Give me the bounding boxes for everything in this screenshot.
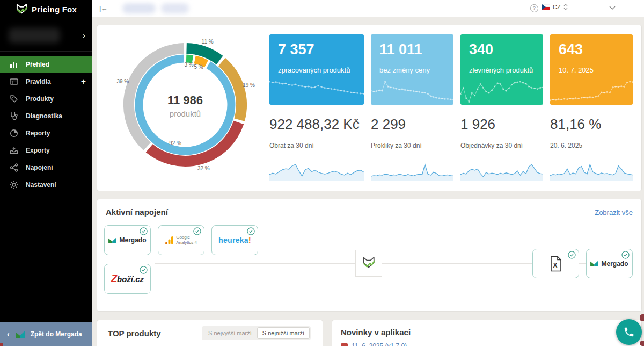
stat-big-number: 2 299 [371, 116, 453, 133]
metric-column: 7 357 zpracovaných produktů 922 488,32 K… [269, 34, 364, 181]
zbozi-rest: boží.cz [117, 275, 144, 284]
mergado-icon [590, 260, 598, 267]
chevron-down-icon[interactable] [609, 6, 616, 10]
ga-label-line2: Analytics 4 [176, 240, 197, 246]
svg-text:32 %: 32 % [197, 165, 210, 171]
collapse-sidebar-icon[interactable]: |← [99, 4, 107, 12]
mergado-label: Mergado [119, 236, 146, 244]
stat-big-label: Prokliky za 30 dní [371, 142, 453, 149]
sidebar-item-produkty[interactable]: Produkty [0, 90, 92, 107]
sidebar: Pricing Fox › Přehled Pravidla + Produkt… [0, 0, 92, 346]
back-to-mergado-button[interactable]: ‹ Zpět do Mergada [0, 322, 92, 346]
sidebar-item-exporty[interactable]: Exporty [0, 142, 92, 159]
sidebar-item-napojeni[interactable]: Napojení [0, 159, 92, 176]
tags-icon [10, 95, 18, 103]
stat-sparkline [550, 162, 633, 181]
add-rule-button[interactable]: + [81, 77, 86, 86]
stat-label: zlevněných produktů [469, 66, 535, 74]
check-badge-icon [193, 227, 201, 235]
sidebar-nav: Přehled Pravidla + Produkty Diagnostika … [0, 56, 92, 193]
highest-margin-button[interactable]: S nejvyšší marží [203, 327, 257, 339]
svg-text:3 %: 3 % [184, 62, 193, 68]
connection-heureka[interactable]: heureka! [211, 225, 258, 255]
stat-big-label: Objednávky za 30 dní [460, 142, 543, 149]
news-version-icon [341, 343, 348, 346]
share-nodes-icon [10, 163, 18, 172]
shop-selector[interactable]: › [0, 19, 92, 52]
metric-column: 643 10. 7. 2025 81,16 % 20. 6. 2025 [550, 34, 633, 181]
topbar: |← ? CZ [92, 0, 644, 17]
news-item-link[interactable]: 11. 6. 2025 (v1.7.0) [341, 342, 407, 346]
excel-file-icon: X [550, 256, 562, 272]
blurred-tab[interactable] [122, 3, 156, 13]
stat-value: 11 011 [379, 41, 445, 58]
sidebar-item-nastaveni[interactable]: Nastavení [0, 176, 92, 193]
heureka-logo: heureka! [218, 236, 251, 244]
check-badge-icon [140, 266, 148, 274]
back-label: Zpět do Mergada [31, 330, 82, 338]
sidebar-item-prehled[interactable]: Přehled [0, 56, 92, 73]
chat-widget-sliver [640, 341, 644, 346]
svg-text:11 %: 11 % [202, 39, 214, 45]
fox-logo-icon [16, 4, 28, 15]
check-badge-icon [247, 227, 255, 235]
metric-column: 340 zlevněných produktů 1 926 Objednávky… [460, 34, 543, 181]
sidebar-item-label: Pravidla [26, 78, 51, 85]
excel-letter: X [553, 261, 557, 269]
phone-support-button[interactable] [616, 319, 642, 345]
connection-excel-export[interactable]: X [532, 249, 579, 278]
stat-card-discounted[interactable]: 340 zlevněných produktů [460, 34, 543, 105]
app-news-card: Novinky v aplikaci 11. 6. 2025 (v1.7.0) [332, 320, 642, 346]
connection-google-analytics[interactable]: Google Analytics 4 [158, 225, 204, 255]
show-all-link[interactable]: Zobrazit vše [595, 208, 633, 217]
heureka-exclamation: ! [248, 236, 251, 244]
stat-big-label: Obrat za 30 dní [269, 142, 364, 149]
check-badge-icon [621, 251, 630, 259]
card-sparkline [460, 79, 543, 105]
mergado-label: Mergado [601, 260, 628, 268]
stethoscope-icon [10, 112, 18, 120]
stat-big-number: 1 926 [460, 116, 543, 133]
svg-text:39 %: 39 % [116, 78, 129, 84]
chat-widget-sliver [640, 314, 644, 321]
app-logo: Pricing Fox [0, 0, 92, 19]
blurred-tab[interactable] [161, 3, 189, 13]
lowest-margin-button[interactable]: S nejnižší marží [257, 327, 310, 339]
pricing-fox-node [355, 250, 382, 277]
connection-mergado-target[interactable]: Mergado [586, 249, 633, 278]
stat-label: bez změny ceny [379, 66, 445, 74]
stat-sparkline [269, 162, 364, 181]
sort-arrows-icon [564, 4, 568, 10]
stat-card-unchanged[interactable]: 11 011 bez změny ceny [371, 34, 453, 105]
sidebar-item-label: Nastavení [26, 181, 56, 189]
language-selector[interactable]: CZ [542, 4, 568, 10]
stat-big-number: 81,16 % [550, 116, 633, 133]
help-icon[interactable]: ? [530, 4, 538, 12]
sidebar-item-pravidla[interactable]: Pravidla + [0, 73, 92, 90]
stat-card-processed[interactable]: 7 357 zpracovaných produktů [269, 34, 364, 105]
mergado-logo: Mergado [590, 260, 628, 268]
sidebar-item-diagnostika[interactable]: Diagnostika [0, 107, 92, 125]
sidebar-item-label: Napojení [26, 164, 53, 171]
connection-mergado[interactable]: Mergado [104, 225, 151, 255]
shop-name-blurred [9, 28, 60, 43]
connection-zbozi[interactable]: Zboží.cz [104, 264, 151, 294]
metric-column: 11 011 bez změny ceny 2 299 Prokliky za … [371, 34, 453, 181]
section-title: TOP produkty [108, 329, 161, 338]
stat-card-date[interactable]: 643 10. 7. 2025 [550, 34, 633, 105]
stat-label: 10. 7. 2025 [559, 66, 624, 74]
sidebar-item-label: Reporty [26, 129, 50, 137]
ga-bars-icon [165, 236, 173, 244]
section-title: Aktivní napojení [106, 207, 168, 217]
phone-icon [623, 326, 635, 338]
gear-icon [10, 181, 18, 189]
heureka-text: heureka [218, 236, 248, 244]
sidebar-item-reporty[interactable]: Reporty [0, 125, 92, 142]
sidebar-item-label: Přehled [26, 61, 49, 68]
cz-flag-icon [542, 4, 550, 10]
mergado-icon [108, 237, 116, 244]
stat-sparkline [460, 162, 543, 181]
section-title: Novinky v aplikaci [341, 328, 411, 337]
card-sparkline [269, 79, 364, 105]
check-badge-icon [140, 227, 148, 235]
